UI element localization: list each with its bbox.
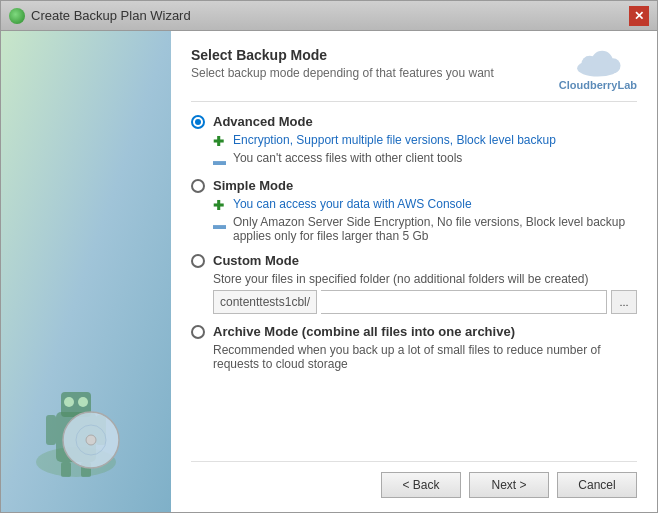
option-details-simple: ✚ You can access your data with AWS Cons… [213, 197, 637, 243]
option-label-simple: Simple Mode [213, 178, 293, 193]
radio-custom[interactable] [191, 254, 205, 268]
content-area: Select Backup Mode Select backup mode de… [1, 31, 657, 512]
close-button[interactable]: ✕ [629, 6, 649, 26]
simple-con-text-1: Only Amazon Server Side Encryption, No f… [233, 215, 637, 243]
archive-desc: Recommended when you back up a lot of sm… [213, 343, 637, 371]
svg-rect-7 [61, 462, 71, 477]
archive-desc-text: Recommended when you back up a lot of sm… [213, 343, 637, 371]
decor-illustration [11, 352, 141, 482]
options-area: Advanced Mode ✚ Encryption, Support mult… [191, 114, 637, 461]
custom-desc: Store your files in specified folder (no… [213, 272, 637, 286]
svg-point-3 [64, 397, 74, 407]
header-text: Select Backup Mode Select backup mode de… [191, 47, 494, 80]
plus-icon-2: ✚ [213, 198, 227, 213]
option-details-archive: Recommended when you back up a lot of sm… [213, 343, 637, 371]
advanced-con-1: ▬ You can't access files with other clie… [213, 151, 637, 168]
section-title: Select Backup Mode [191, 47, 494, 63]
title-bar-left: Create Backup Plan Wizard [9, 8, 191, 24]
browse-button[interactable]: ... [611, 290, 637, 314]
wizard-window: Create Backup Plan Wizard ✕ [0, 0, 658, 513]
section-subtitle: Select backup mode depending of that fea… [191, 66, 494, 80]
left-panel-decor [11, 372, 141, 482]
option-header-custom[interactable]: Custom Mode [191, 253, 637, 268]
radio-advanced[interactable] [191, 115, 205, 129]
option-group-archive: Archive Mode (combine all files into one… [191, 324, 637, 371]
title-bar: Create Backup Plan Wizard ✕ [1, 1, 657, 31]
radio-simple[interactable] [191, 179, 205, 193]
simple-pro-1: ✚ You can access your data with AWS Cons… [213, 197, 637, 213]
option-label-archive: Archive Mode (combine all files into one… [213, 324, 515, 339]
logo-area: CloudberryLab [559, 47, 637, 91]
window-title: Create Backup Plan Wizard [31, 8, 191, 23]
option-group-custom: Custom Mode Store your files in specifie… [191, 253, 637, 314]
option-group-simple: Simple Mode ✚ You can access your data w… [191, 178, 637, 243]
svg-rect-5 [46, 415, 56, 445]
minus-icon-1: ▬ [213, 153, 227, 168]
cancel-button[interactable]: Cancel [557, 472, 637, 498]
footer: < Back Next > Cancel [191, 461, 637, 502]
logo-text: CloudberryLab [559, 79, 637, 91]
radio-archive[interactable] [191, 325, 205, 339]
option-header-advanced[interactable]: Advanced Mode [191, 114, 637, 129]
option-group-advanced: Advanced Mode ✚ Encryption, Support mult… [191, 114, 637, 168]
option-header-simple[interactable]: Simple Mode [191, 178, 637, 193]
back-button[interactable]: < Back [381, 472, 461, 498]
custom-path-input[interactable] [321, 290, 607, 314]
custom-mode-input-row: contenttests1cbl/ ... [213, 290, 637, 314]
option-details-custom: Store your files in specified folder (no… [213, 272, 637, 314]
svg-point-15 [605, 58, 620, 73]
custom-desc-text: Store your files in specified folder (no… [213, 272, 589, 286]
advanced-con-text-1: You can't access files with other client… [233, 151, 462, 165]
simple-pro-text-1: You can access your data with AWS Consol… [233, 197, 472, 211]
advanced-pro-text-1: Encryption, Support multiple file versio… [233, 133, 556, 147]
app-icon [9, 8, 25, 24]
plus-icon-1: ✚ [213, 134, 227, 149]
svg-point-10 [86, 435, 96, 445]
main-header: Select Backup Mode Select backup mode de… [191, 47, 637, 102]
input-prefix: contenttests1cbl/ [213, 290, 317, 314]
next-button[interactable]: Next > [469, 472, 549, 498]
main-panel: Select Backup Mode Select backup mode de… [171, 31, 657, 512]
simple-con-1: ▬ Only Amazon Server Side Encryption, No… [213, 215, 637, 243]
option-label-advanced: Advanced Mode [213, 114, 313, 129]
option-details-advanced: ✚ Encryption, Support multiple file vers… [213, 133, 637, 168]
left-panel [1, 31, 171, 512]
option-header-archive[interactable]: Archive Mode (combine all files into one… [191, 324, 637, 339]
option-label-custom: Custom Mode [213, 253, 299, 268]
svg-point-4 [78, 397, 88, 407]
advanced-pro-1: ✚ Encryption, Support multiple file vers… [213, 133, 637, 149]
minus-icon-2: ▬ [213, 217, 227, 232]
cloudberry-logo-icon [573, 47, 623, 77]
